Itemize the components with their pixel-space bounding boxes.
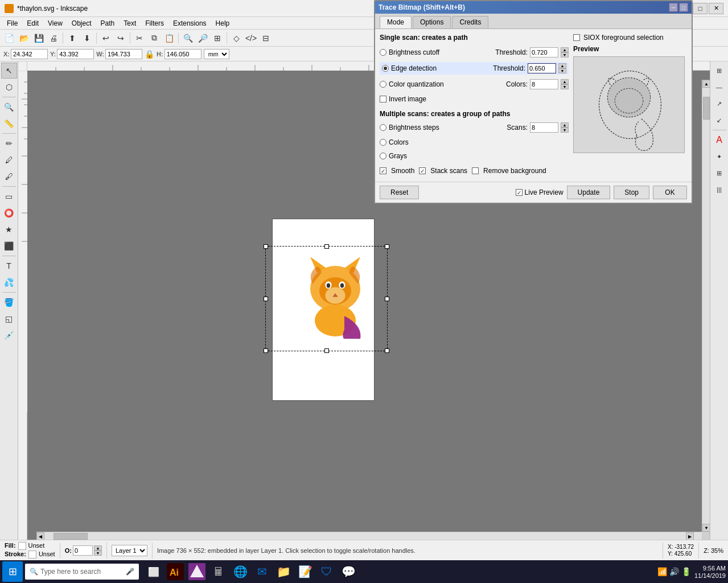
brightness-steps-radio[interactable]: [380, 124, 386, 131]
edge-spin-up[interactable]: ▲: [558, 63, 566, 68]
app-explorer[interactable]: 📁: [273, 561, 294, 582]
right-btn-6[interactable]: ✦: [711, 149, 727, 165]
color-radio[interactable]: [380, 81, 386, 88]
node-tool[interactable]: ⬡: [1, 79, 17, 95]
color-threshold-input[interactable]: [530, 79, 558, 89]
stack-scans-checkbox[interactable]: [419, 167, 426, 174]
handle-ml[interactable]: [264, 297, 268, 301]
cut-button[interactable]: ✂: [133, 31, 146, 45]
brightness-threshold-input[interactable]: [530, 47, 558, 58]
fill-tool[interactable]: 🪣: [1, 294, 17, 310]
canvas-hscroll[interactable]: ◀ ▶: [36, 532, 702, 540]
expand-btn[interactable]: [702, 532, 710, 540]
menu-help[interactable]: Help: [211, 18, 235, 28]
measure-tool[interactable]: 📏: [1, 116, 17, 132]
print-button[interactable]: 🖨: [47, 31, 60, 45]
brightness-radio[interactable]: [380, 49, 386, 56]
vscroll-down[interactable]: ▼: [702, 524, 710, 532]
opacity-input[interactable]: [73, 545, 93, 556]
save-button[interactable]: 💾: [32, 31, 46, 45]
start-button[interactable]: ⊞: [2, 561, 23, 582]
app-illustrator[interactable]: Ai: [165, 561, 186, 582]
zoom-out-button[interactable]: 🔎: [196, 31, 209, 45]
tab-options[interactable]: Options: [413, 16, 451, 28]
smooth-checkbox[interactable]: [380, 167, 386, 174]
app-mail[interactable]: ✉: [252, 561, 272, 582]
network-icon[interactable]: 📶: [657, 567, 667, 576]
gradient-tool[interactable]: ◱: [1, 311, 17, 327]
fill-color-box[interactable]: [18, 542, 26, 550]
remove-background-checkbox[interactable]: [472, 167, 479, 174]
app-chrome[interactable]: 🌐: [230, 561, 250, 582]
microphone-icon[interactable]: 🎤: [126, 568, 134, 576]
canvas-vscroll[interactable]: ▲ ▼: [702, 80, 710, 532]
pencil-tool[interactable]: ✏: [1, 136, 17, 151]
dialog-restore-btn[interactable]: □: [679, 3, 688, 12]
dropper-tool[interactable]: 💉: [1, 327, 17, 343]
siox-checkbox[interactable]: [573, 34, 580, 41]
zoom-in-button[interactable]: 🔍: [181, 31, 195, 45]
taskview-btn[interactable]: ⬜: [143, 561, 164, 582]
scans-spin-up[interactable]: ▲: [561, 122, 569, 128]
y-input[interactable]: [57, 49, 94, 59]
opacity-spin-up[interactable]: ▲: [94, 545, 102, 551]
vscroll-up[interactable]: ▲: [702, 80, 710, 88]
right-btn-8[interactable]: |||: [711, 182, 727, 198]
maximize-button[interactable]: □: [693, 3, 708, 14]
right-btn-4[interactable]: ↙: [711, 112, 727, 128]
export-button[interactable]: ⬇: [80, 31, 94, 45]
menu-file[interactable]: File: [2, 18, 22, 28]
battery-icon[interactable]: 🔋: [681, 567, 691, 576]
handle-tr[interactable]: [385, 244, 389, 249]
opacity-spin-down[interactable]: ▼: [94, 551, 102, 556]
hscroll-thumb[interactable]: [54, 533, 88, 540]
w-input[interactable]: [105, 49, 142, 59]
app-messenger[interactable]: 💬: [338, 561, 359, 582]
lock-icon[interactable]: 🔒: [145, 50, 154, 59]
right-btn-7[interactable]: ⊞: [711, 165, 727, 181]
update-button[interactable]: Update: [567, 186, 611, 199]
search-box[interactable]: 🔍 Type here to search 🎤: [25, 564, 139, 580]
menu-object[interactable]: Object: [67, 18, 96, 28]
align-button[interactable]: ⊟: [259, 31, 273, 45]
app-sticky[interactable]: 📝: [295, 561, 315, 582]
select-tool[interactable]: ↖: [1, 63, 17, 79]
app-calculator[interactable]: 🖩: [208, 561, 229, 582]
text-tool[interactable]: T: [1, 258, 17, 274]
copy-button[interactable]: ⧉: [147, 31, 161, 45]
scans-input[interactable]: [530, 122, 558, 133]
zoom-tool[interactable]: 🔍: [1, 99, 17, 115]
app-affinity[interactable]: [187, 561, 207, 582]
rect-tool[interactable]: ▭: [1, 188, 17, 204]
colors-radio[interactable]: [380, 139, 386, 146]
volume-icon[interactable]: 🔊: [669, 567, 679, 576]
calligraphy-tool[interactable]: 🖋: [1, 169, 17, 184]
hscroll-left[interactable]: ◀: [36, 532, 44, 540]
tab-credits[interactable]: Credits: [452, 16, 488, 28]
paste-button[interactable]: 📋: [162, 31, 176, 45]
handle-bl[interactable]: [264, 348, 268, 353]
clock[interactable]: 9:56 AM 11/14/2019: [694, 565, 726, 579]
right-btn-3[interactable]: ↗: [711, 96, 727, 112]
handle-br[interactable]: [385, 348, 389, 353]
reset-button[interactable]: Reset: [380, 186, 419, 199]
undo-button[interactable]: ↩: [99, 31, 113, 45]
handle-tl[interactable]: [264, 244, 268, 249]
menu-path[interactable]: Path: [96, 18, 120, 28]
invert-image-checkbox[interactable]: [380, 96, 386, 102]
right-btn-1[interactable]: ⊞: [711, 63, 727, 79]
redo-button[interactable]: ↪: [114, 31, 127, 45]
tab-mode[interactable]: Mode: [380, 16, 412, 28]
edge-radio[interactable]: [382, 65, 389, 72]
live-preview-checkbox[interactable]: [516, 189, 523, 196]
color-spin-down[interactable]: ▼: [561, 84, 569, 89]
edge-spin-down[interactable]: ▼: [558, 68, 566, 73]
dialog-minimize-btn[interactable]: ─: [669, 3, 678, 12]
edge-threshold-input[interactable]: [528, 63, 556, 73]
menu-edit[interactable]: Edit: [22, 18, 43, 28]
scans-spin-down[interactable]: ▼: [561, 128, 569, 133]
import-button[interactable]: ⬆: [65, 31, 79, 45]
layer-select[interactable]: Layer 1: [112, 545, 147, 556]
ok-button[interactable]: OK: [653, 186, 687, 199]
handle-mr[interactable]: [385, 297, 389, 301]
